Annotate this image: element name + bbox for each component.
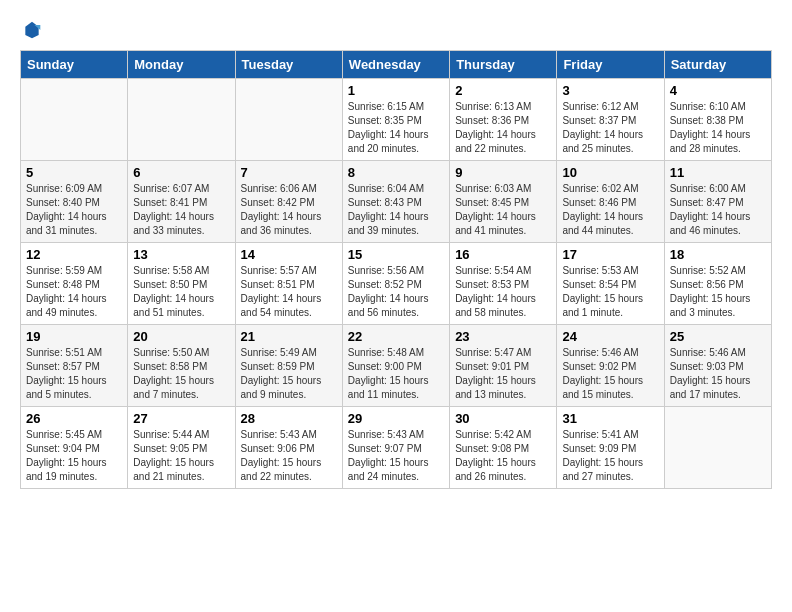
calendar-cell: 18Sunrise: 5:52 AMSunset: 8:56 PMDayligh…: [664, 243, 771, 325]
day-info: Sunrise: 6:02 AMSunset: 8:46 PMDaylight:…: [562, 182, 658, 238]
day-number: 18: [670, 247, 766, 262]
day-number: 17: [562, 247, 658, 262]
day-number: 22: [348, 329, 444, 344]
calendar-cell: 9Sunrise: 6:03 AMSunset: 8:45 PMDaylight…: [450, 161, 557, 243]
page-header: [20, 20, 772, 40]
day-info: Sunrise: 5:54 AMSunset: 8:53 PMDaylight:…: [455, 264, 551, 320]
day-info: Sunrise: 6:07 AMSunset: 8:41 PMDaylight:…: [133, 182, 229, 238]
day-number: 31: [562, 411, 658, 426]
day-info: Sunrise: 6:04 AMSunset: 8:43 PMDaylight:…: [348, 182, 444, 238]
calendar-cell: 8Sunrise: 6:04 AMSunset: 8:43 PMDaylight…: [342, 161, 449, 243]
calendar-cell: 4Sunrise: 6:10 AMSunset: 8:38 PMDaylight…: [664, 79, 771, 161]
day-number: 11: [670, 165, 766, 180]
day-info: Sunrise: 5:59 AMSunset: 8:48 PMDaylight:…: [26, 264, 122, 320]
day-info: Sunrise: 6:10 AMSunset: 8:38 PMDaylight:…: [670, 100, 766, 156]
day-info: Sunrise: 5:57 AMSunset: 8:51 PMDaylight:…: [241, 264, 337, 320]
calendar-cell: 21Sunrise: 5:49 AMSunset: 8:59 PMDayligh…: [235, 325, 342, 407]
day-info: Sunrise: 5:46 AMSunset: 9:03 PMDaylight:…: [670, 346, 766, 402]
day-number: 23: [455, 329, 551, 344]
calendar-cell: 7Sunrise: 6:06 AMSunset: 8:42 PMDaylight…: [235, 161, 342, 243]
day-info: Sunrise: 5:53 AMSunset: 8:54 PMDaylight:…: [562, 264, 658, 320]
calendar-cell: 24Sunrise: 5:46 AMSunset: 9:02 PMDayligh…: [557, 325, 664, 407]
day-number: 9: [455, 165, 551, 180]
day-info: Sunrise: 5:43 AMSunset: 9:07 PMDaylight:…: [348, 428, 444, 484]
day-info: Sunrise: 6:15 AMSunset: 8:35 PMDaylight:…: [348, 100, 444, 156]
calendar-week-row: 12Sunrise: 5:59 AMSunset: 8:48 PMDayligh…: [21, 243, 772, 325]
day-info: Sunrise: 6:13 AMSunset: 8:36 PMDaylight:…: [455, 100, 551, 156]
day-number: 30: [455, 411, 551, 426]
day-number: 3: [562, 83, 658, 98]
day-info: Sunrise: 5:50 AMSunset: 8:58 PMDaylight:…: [133, 346, 229, 402]
calendar-cell: 27Sunrise: 5:44 AMSunset: 9:05 PMDayligh…: [128, 407, 235, 489]
day-info: Sunrise: 5:48 AMSunset: 9:00 PMDaylight:…: [348, 346, 444, 402]
day-info: Sunrise: 6:00 AMSunset: 8:47 PMDaylight:…: [670, 182, 766, 238]
calendar-cell: 25Sunrise: 5:46 AMSunset: 9:03 PMDayligh…: [664, 325, 771, 407]
calendar-cell: [664, 407, 771, 489]
day-number: 14: [241, 247, 337, 262]
day-header: Wednesday: [342, 51, 449, 79]
day-number: 26: [26, 411, 122, 426]
calendar-week-row: 5Sunrise: 6:09 AMSunset: 8:40 PMDaylight…: [21, 161, 772, 243]
day-header: Thursday: [450, 51, 557, 79]
calendar-week-row: 26Sunrise: 5:45 AMSunset: 9:04 PMDayligh…: [21, 407, 772, 489]
day-header: Tuesday: [235, 51, 342, 79]
day-info: Sunrise: 5:46 AMSunset: 9:02 PMDaylight:…: [562, 346, 658, 402]
day-number: 28: [241, 411, 337, 426]
day-number: 27: [133, 411, 229, 426]
calendar-cell: 6Sunrise: 6:07 AMSunset: 8:41 PMDaylight…: [128, 161, 235, 243]
day-number: 16: [455, 247, 551, 262]
day-number: 21: [241, 329, 337, 344]
day-info: Sunrise: 5:47 AMSunset: 9:01 PMDaylight:…: [455, 346, 551, 402]
calendar-cell: 31Sunrise: 5:41 AMSunset: 9:09 PMDayligh…: [557, 407, 664, 489]
day-number: 13: [133, 247, 229, 262]
day-number: 10: [562, 165, 658, 180]
calendar-cell: 13Sunrise: 5:58 AMSunset: 8:50 PMDayligh…: [128, 243, 235, 325]
day-header: Saturday: [664, 51, 771, 79]
calendar-cell: 26Sunrise: 5:45 AMSunset: 9:04 PMDayligh…: [21, 407, 128, 489]
day-number: 2: [455, 83, 551, 98]
day-info: Sunrise: 6:03 AMSunset: 8:45 PMDaylight:…: [455, 182, 551, 238]
calendar-cell: 12Sunrise: 5:59 AMSunset: 8:48 PMDayligh…: [21, 243, 128, 325]
calendar-week-row: 1Sunrise: 6:15 AMSunset: 8:35 PMDaylight…: [21, 79, 772, 161]
day-info: Sunrise: 5:51 AMSunset: 8:57 PMDaylight:…: [26, 346, 122, 402]
calendar-cell: 28Sunrise: 5:43 AMSunset: 9:06 PMDayligh…: [235, 407, 342, 489]
calendar-table: SundayMondayTuesdayWednesdayThursdayFrid…: [20, 50, 772, 489]
day-number: 19: [26, 329, 122, 344]
calendar-cell: 1Sunrise: 6:15 AMSunset: 8:35 PMDaylight…: [342, 79, 449, 161]
day-number: 8: [348, 165, 444, 180]
day-number: 4: [670, 83, 766, 98]
day-number: 20: [133, 329, 229, 344]
calendar-cell: 30Sunrise: 5:42 AMSunset: 9:08 PMDayligh…: [450, 407, 557, 489]
day-info: Sunrise: 5:44 AMSunset: 9:05 PMDaylight:…: [133, 428, 229, 484]
calendar-cell: 14Sunrise: 5:57 AMSunset: 8:51 PMDayligh…: [235, 243, 342, 325]
calendar-cell: [21, 79, 128, 161]
day-info: Sunrise: 6:06 AMSunset: 8:42 PMDaylight:…: [241, 182, 337, 238]
day-number: 7: [241, 165, 337, 180]
day-info: Sunrise: 5:45 AMSunset: 9:04 PMDaylight:…: [26, 428, 122, 484]
day-header: Monday: [128, 51, 235, 79]
calendar-week-row: 19Sunrise: 5:51 AMSunset: 8:57 PMDayligh…: [21, 325, 772, 407]
day-number: 29: [348, 411, 444, 426]
calendar-cell: 2Sunrise: 6:13 AMSunset: 8:36 PMDaylight…: [450, 79, 557, 161]
calendar-cell: [128, 79, 235, 161]
day-number: 5: [26, 165, 122, 180]
calendar-cell: 11Sunrise: 6:00 AMSunset: 8:47 PMDayligh…: [664, 161, 771, 243]
day-number: 25: [670, 329, 766, 344]
logo: [20, 20, 42, 40]
day-number: 6: [133, 165, 229, 180]
calendar-cell: 16Sunrise: 5:54 AMSunset: 8:53 PMDayligh…: [450, 243, 557, 325]
day-number: 15: [348, 247, 444, 262]
day-info: Sunrise: 5:43 AMSunset: 9:06 PMDaylight:…: [241, 428, 337, 484]
calendar-cell: 3Sunrise: 6:12 AMSunset: 8:37 PMDaylight…: [557, 79, 664, 161]
day-info: Sunrise: 6:12 AMSunset: 8:37 PMDaylight:…: [562, 100, 658, 156]
day-number: 12: [26, 247, 122, 262]
day-info: Sunrise: 5:42 AMSunset: 9:08 PMDaylight:…: [455, 428, 551, 484]
calendar-header-row: SundayMondayTuesdayWednesdayThursdayFrid…: [21, 51, 772, 79]
calendar-cell: 22Sunrise: 5:48 AMSunset: 9:00 PMDayligh…: [342, 325, 449, 407]
day-info: Sunrise: 5:58 AMSunset: 8:50 PMDaylight:…: [133, 264, 229, 320]
day-info: Sunrise: 6:09 AMSunset: 8:40 PMDaylight:…: [26, 182, 122, 238]
calendar-cell: 15Sunrise: 5:56 AMSunset: 8:52 PMDayligh…: [342, 243, 449, 325]
day-number: 1: [348, 83, 444, 98]
calendar-cell: 5Sunrise: 6:09 AMSunset: 8:40 PMDaylight…: [21, 161, 128, 243]
calendar-cell: 17Sunrise: 5:53 AMSunset: 8:54 PMDayligh…: [557, 243, 664, 325]
